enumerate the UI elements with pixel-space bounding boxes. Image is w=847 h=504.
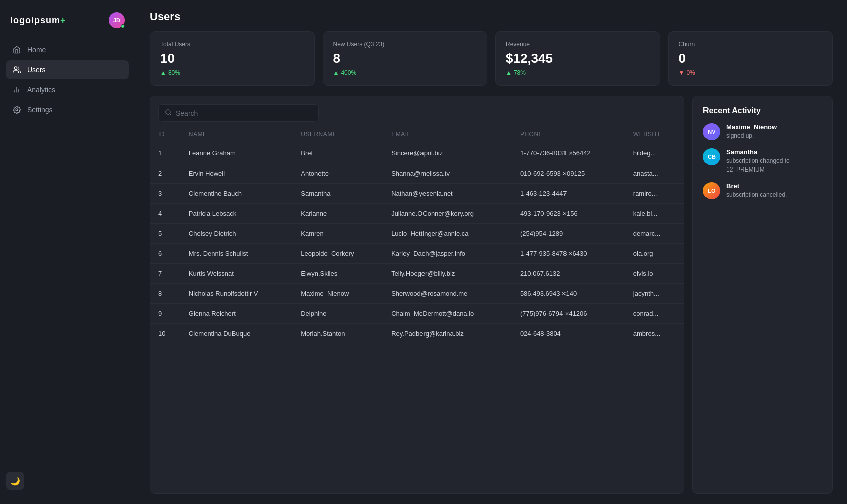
table-cell-website: ambros...: [625, 324, 684, 344]
sidebar-nav: Home Users Analytics: [0, 40, 135, 119]
search-input[interactable]: [176, 109, 312, 117]
activity-item: LO Bret subscription cancelled.: [703, 182, 822, 207]
table-cell-username: Kamren: [293, 224, 383, 244]
table-row[interactable]: 6Mrs. Dennis SchulistLeopoldo_CorkeryKar…: [150, 244, 684, 264]
analytics-icon: [12, 85, 21, 94]
table-cell-website: demarc...: [625, 224, 684, 244]
table-cell-website: kale.bi...: [625, 204, 684, 224]
user-avatar-container[interactable]: JD: [109, 12, 125, 28]
table-cell-website: anasta...: [625, 163, 684, 184]
table-cell-website: conrad...: [625, 304, 684, 324]
table-row[interactable]: 7Kurtis WeissnatElwyn.SkilesTelly.Hoeger…: [150, 264, 684, 284]
stat-card-revenue: Revenue $12,345 ▲ 78%: [495, 31, 660, 86]
table-cell-id: 4: [150, 204, 181, 224]
sidebar-item-label-home: Home: [27, 46, 46, 54]
table-cell-email: Rey.Padberg@karina.biz: [383, 324, 512, 344]
stat-card-new-users: New Users (Q3 23) 8 ▲ 400%: [323, 31, 488, 86]
table-row[interactable]: 10Clementina DuBuqueMoriah.StantonRey.Pa…: [150, 324, 684, 344]
activity-content: Maxime_Nienow signed up.: [726, 123, 822, 140]
svg-point-5: [166, 110, 170, 114]
settings-icon: [12, 105, 21, 114]
col-header-name: Name: [181, 126, 293, 143]
table-row[interactable]: 2Ervin HowellAntonetteShanna@melissa.tv0…: [150, 163, 684, 184]
users-table-section: ID Name Username Email Phone Website 1Le…: [150, 96, 684, 494]
activity-content: Samantha subscription changed to 12_PREM…: [726, 148, 822, 174]
users-table: ID Name Username Email Phone Website 1Le…: [150, 126, 684, 344]
table-cell-name: Mrs. Dennis Schulist: [181, 244, 293, 264]
table-cell-phone: 1-770-736-8031 ×56442: [512, 143, 625, 163]
home-icon: [12, 45, 21, 54]
stat-label-new-users: New Users (Q3 23): [333, 41, 477, 48]
stat-value-total-users: 10: [160, 51, 304, 66]
stat-label-total-users: Total Users: [160, 41, 304, 48]
table-cell-id: 10: [150, 324, 181, 344]
table-cell-username: Leopoldo_Corkery: [293, 244, 383, 264]
stat-card-total-users: Total Users 10 ▲ 80%: [150, 31, 315, 86]
table-cell-name: Nicholas Runolfsdottir V: [181, 284, 293, 304]
table-cell-username: Karianne: [293, 204, 383, 224]
table-cell-phone: (254)954-1289: [512, 224, 625, 244]
table-cell-email: Chaim_McDermott@dana.io: [383, 304, 512, 324]
table-row[interactable]: 4Patricia LebsackKarianneJulianne.OConne…: [150, 204, 684, 224]
arrow-down-icon: ▼: [679, 69, 685, 76]
search-icon: [165, 109, 172, 117]
activity-avatar: CB: [703, 148, 720, 165]
table-row[interactable]: 9Glenna ReichertDelphineChaim_McDermott@…: [150, 304, 684, 324]
table-cell-username: Bret: [293, 143, 383, 163]
table-cell-phone: 586.493.6943 ×140: [512, 284, 625, 304]
content-area: ID Name Username Email Phone Website 1Le…: [135, 96, 847, 504]
table-cell-name: Clementine Bauch: [181, 184, 293, 204]
table-cell-id: 6: [150, 244, 181, 264]
sidebar-item-analytics[interactable]: Analytics: [6, 80, 129, 99]
col-header-website: Website: [625, 126, 684, 143]
table-cell-email: Sincere@april.biz: [383, 143, 512, 163]
table-cell-name: Chelsey Dietrich: [181, 224, 293, 244]
sidebar-bottom: 🌙: [0, 466, 135, 496]
table-cell-id: 7: [150, 264, 181, 284]
sidebar-item-label-settings: Settings: [27, 106, 53, 114]
table-row[interactable]: 8Nicholas Runolfsdottir VMaxime_NienowSh…: [150, 284, 684, 304]
table-cell-website: ola.org: [625, 244, 684, 264]
users-icon: [12, 65, 21, 74]
stat-label-churn: Churn: [679, 41, 823, 48]
table-cell-phone: 1-477-935-8478 ×6430: [512, 244, 625, 264]
sidebar-item-users[interactable]: Users: [6, 60, 129, 79]
table-cell-name: Patricia Lebsack: [181, 204, 293, 224]
table-cell-website: hildeg...: [625, 143, 684, 163]
table-cell-name: Kurtis Weissnat: [181, 264, 293, 284]
table-row[interactable]: 5Chelsey DietrichKamrenLucio_Hettinger@a…: [150, 224, 684, 244]
avatar-online-badge: [121, 24, 125, 28]
svg-point-4: [16, 109, 18, 111]
activity-name: Bret: [726, 182, 822, 190]
table-cell-email: Nathan@yesenia.net: [383, 184, 512, 204]
table-cell-website: ramiro...: [625, 184, 684, 204]
table-cell-email: Karley_Dach@jasper.info: [383, 244, 512, 264]
table-header: ID Name Username Email Phone Website: [150, 126, 684, 143]
sidebar-item-label-analytics: Analytics: [27, 86, 55, 94]
sidebar-item-home[interactable]: Home: [6, 40, 129, 59]
stat-value-churn: 0: [679, 51, 823, 66]
table-row[interactable]: 1Leanne GrahamBretSincere@april.biz1-770…: [150, 143, 684, 163]
col-header-id: ID: [150, 126, 181, 143]
sidebar-item-label-users: Users: [27, 66, 46, 74]
table-cell-name: Clementina DuBuque: [181, 324, 293, 344]
dark-mode-button[interactable]: 🌙: [6, 472, 24, 490]
activity-avatar: NV: [703, 123, 720, 140]
table-cell-phone: 1-463-123-4447: [512, 184, 625, 204]
sidebar: logoipsum+ JD Home: [0, 0, 135, 504]
activity-content: Bret subscription cancelled.: [726, 182, 822, 199]
search-input-wrap[interactable]: [158, 104, 319, 122]
table-cell-name: Ervin Howell: [181, 163, 293, 184]
table-cell-email: Julianne.OConner@kory.org: [383, 204, 512, 224]
main-content: Users Total Users 10 ▲ 80% New Users (Q3…: [135, 0, 847, 504]
activity-item: NV Maxime_Nienow signed up.: [703, 123, 822, 148]
table-row[interactable]: 3Clementine BauchSamanthaNathan@yesenia.…: [150, 184, 684, 204]
activity-item: CB Samantha subscription changed to 12_P…: [703, 148, 822, 182]
sidebar-item-settings[interactable]: Settings: [6, 100, 129, 119]
col-header-email: Email: [383, 126, 512, 143]
arrow-up-icon: ▲: [333, 69, 339, 76]
activity-title: Recent Activity: [703, 106, 822, 115]
stat-change-total-users: ▲ 80%: [160, 69, 304, 76]
stats-row: Total Users 10 ▲ 80% New Users (Q3 23) 8…: [135, 31, 847, 96]
stat-change-revenue: ▲ 78%: [506, 69, 650, 76]
